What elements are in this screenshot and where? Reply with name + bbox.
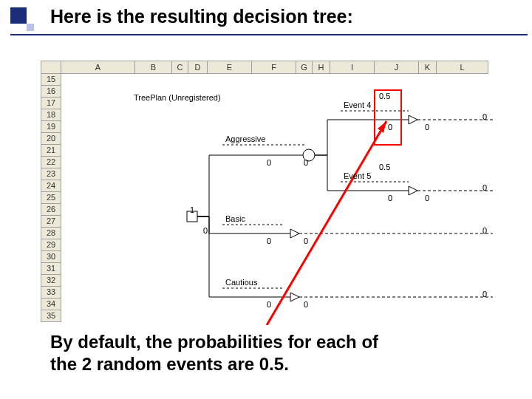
- slide-footer: By default, the probabilities for each o…: [50, 331, 502, 375]
- corner-decoration: [10, 7, 43, 40]
- col-header-F: F: [252, 61, 296, 74]
- event4-terminal: 0: [425, 123, 429, 132]
- column-headers: ABCDEFGHIJKL: [41, 61, 488, 74]
- col-header-E: E: [208, 61, 252, 74]
- branch-aggressive-label: Aggressive: [225, 134, 265, 143]
- row-header-16: 16: [41, 86, 61, 98]
- row-header-25: 25: [41, 192, 61, 204]
- col-header-L: L: [437, 61, 488, 74]
- row-headers: 1516171819202122232425262728293031323334…: [41, 74, 61, 322]
- event5-terminal: 0: [425, 194, 429, 202]
- row-header-30: 30: [41, 251, 61, 263]
- col-header-H: H: [313, 61, 330, 74]
- event4-prob: 0.5: [379, 92, 390, 100]
- col-header-D: D: [188, 61, 208, 74]
- slide-title: Here is the resulting decision tree:: [50, 6, 353, 27]
- svg-line-17: [267, 121, 386, 325]
- row-header-18: 18: [41, 109, 61, 121]
- tree-root-label: TreePlan (Unregistered): [134, 93, 221, 102]
- event5-prob: 0.5: [379, 163, 390, 171]
- decision-tree-overlay: TreePlan (Unregistered) 1 Aggressive 0 0…: [61, 74, 493, 325]
- row-header-32: 32: [41, 275, 61, 287]
- branch-basic-payoff: 0: [304, 236, 308, 245]
- col-header-K: K: [419, 61, 437, 74]
- event4-payoff: 0: [388, 123, 392, 132]
- row-header-21: 21: [41, 145, 61, 157]
- event4-label: Event 4: [344, 100, 371, 109]
- event5-right-terminal: 0: [482, 183, 487, 192]
- row-header-17: 17: [41, 98, 61, 109]
- col-header-A: A: [61, 61, 135, 74]
- footer-line-2: the 2 random events are 0.5.: [50, 354, 289, 374]
- row-header-29: 29: [41, 239, 61, 251]
- row-header-19: 19: [41, 121, 61, 133]
- row-header-20: 20: [41, 133, 61, 145]
- footer-line-1: By default, the probabilities for each o…: [50, 332, 378, 352]
- row-header-15: 15: [41, 74, 61, 86]
- row-header-24: 24: [41, 180, 61, 192]
- row-header-33: 33: [41, 287, 61, 299]
- spreadsheet-screenshot: ABCDEFGHIJKL 151617181920212223242526272…: [41, 61, 493, 325]
- row-header-28: 28: [41, 228, 61, 239]
- row-header-22: 22: [41, 157, 61, 168]
- branch-aggressive-value: 0: [267, 158, 271, 167]
- branch-cautious-label: Cautious: [225, 278, 257, 287]
- col-header-B: B: [135, 61, 172, 74]
- branch-basic-label: Basic: [225, 214, 245, 223]
- row-header-34: 34: [41, 299, 61, 310]
- col-header-C: C: [172, 61, 188, 74]
- event5-payoff: 0: [388, 194, 392, 202]
- event5-label: Event 5: [344, 171, 371, 180]
- col-header-G: G: [296, 61, 313, 74]
- row-header-35: 35: [41, 310, 61, 322]
- branch-basic-value: 0: [267, 236, 271, 245]
- branch-cautious-terminal: 0: [482, 290, 487, 299]
- svg-marker-18: [378, 121, 386, 133]
- branch-aggressive-payoff: 0: [304, 158, 308, 167]
- row-header-23: 23: [41, 168, 61, 180]
- col-header-J: J: [375, 61, 419, 74]
- row-header-26: 26: [41, 204, 61, 216]
- row-header-31: 31: [41, 263, 61, 275]
- branch-cautious-payoff: 0: [304, 300, 308, 309]
- branch-basic-terminal: 0: [482, 226, 487, 235]
- col-header-I: I: [330, 61, 375, 74]
- tree-root-value: 1: [180, 205, 194, 214]
- branch-basic-left0: 0: [203, 226, 208, 235]
- row-header-27: 27: [41, 216, 61, 228]
- event4-right-terminal: 0: [482, 112, 487, 121]
- branch-cautious-value: 0: [267, 300, 271, 309]
